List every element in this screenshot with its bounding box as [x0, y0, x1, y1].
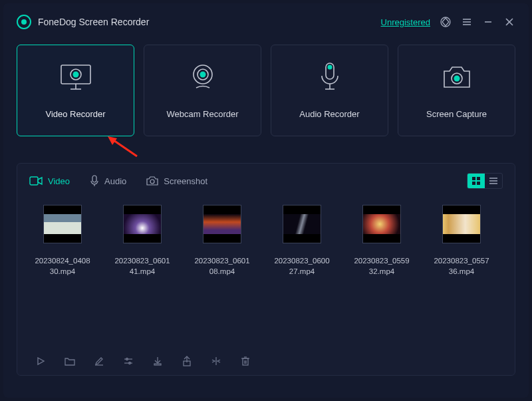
thumbnails-row: 20230824_0408 30.mp4 20230823_0601 41.mp…	[29, 205, 503, 277]
svg-rect-24	[92, 176, 96, 182]
file-item[interactable]: 20230823_0557 36.mp4	[428, 205, 495, 277]
tabs-left: Video Audio Screenshot	[29, 175, 207, 187]
svg-point-15	[200, 71, 205, 77]
svg-marker-22	[108, 136, 117, 145]
tab-video[interactable]: Video	[29, 175, 70, 187]
files-tabs: Video Audio Screenshot	[29, 173, 503, 189]
file-item[interactable]: 20230824_0408 30.mp4	[29, 205, 96, 277]
thumbnail-preview	[203, 205, 241, 243]
video-recorder-card[interactable]: Video Recorder	[17, 45, 134, 136]
video-recorder-label: Video Recorder	[45, 109, 105, 119]
tab-audio-label: Audio	[104, 176, 126, 186]
grid-view-button[interactable]	[467, 174, 485, 188]
app-window: FoneDog Screen Recorder Unregistered	[3, 3, 529, 398]
file-name: 20230823_0600 27.mp4	[274, 255, 329, 277]
audio-recorder-card[interactable]: Audio Recorder	[271, 45, 388, 136]
file-name: 20230823_0601 41.mp4	[114, 255, 170, 277]
minimize-button[interactable]	[482, 16, 494, 28]
screen-capture-label: Screen Capture	[426, 109, 487, 119]
list-view-button[interactable]	[485, 174, 502, 188]
close-button[interactable]	[503, 16, 515, 28]
thumbnail-preview	[43, 205, 82, 243]
open-folder-button[interactable]	[63, 354, 77, 368]
monitor-record-icon	[59, 63, 93, 92]
webcam-icon	[188, 63, 217, 92]
svg-point-21	[454, 75, 460, 81]
thumbnail-preview	[442, 205, 481, 243]
mic-small-icon	[90, 175, 99, 187]
delete-button[interactable]	[238, 354, 253, 368]
svg-point-26	[150, 180, 154, 184]
file-item[interactable]: 20230823_0601 41.mp4	[109, 205, 176, 277]
thumbnail-preview	[283, 205, 321, 243]
svg-point-17	[327, 65, 332, 69]
camera-icon	[440, 63, 473, 92]
audio-recorder-label: Audio Recorder	[299, 109, 359, 119]
menu-button[interactable]	[461, 16, 473, 28]
file-item[interactable]: 20230823_0600 27.mp4	[269, 205, 335, 277]
svg-rect-29	[472, 182, 475, 185]
settings-button[interactable]	[440, 16, 452, 28]
svg-rect-27	[472, 177, 475, 180]
svg-rect-41	[154, 364, 161, 365]
logo-dot-icon	[21, 19, 27, 25]
title-left: FoneDog Screen Recorder	[17, 15, 149, 29]
title-right: Unregistered	[381, 16, 515, 28]
title-bar: FoneDog Screen Recorder Unregistered	[17, 11, 515, 33]
thumbnail-preview	[123, 205, 162, 243]
file-name: 20230824_0408 30.mp4	[35, 255, 90, 277]
svg-rect-23	[30, 177, 38, 185]
svg-rect-45	[243, 358, 248, 365]
svg-rect-28	[477, 177, 480, 180]
screen-capture-card[interactable]: Screen Capture	[398, 45, 515, 136]
file-name: 20230823_0559 32.mp4	[354, 255, 409, 277]
file-item[interactable]: 20230823_0601 08.mp4	[189, 205, 255, 277]
share-button[interactable]	[180, 354, 194, 368]
download-button[interactable]	[150, 354, 165, 368]
files-panel: Video Audio Screenshot	[17, 163, 515, 376]
svg-rect-30	[477, 182, 480, 185]
arrow-annotation-icon	[106, 135, 140, 162]
video-cam-icon	[29, 176, 43, 186]
unregistered-link[interactable]: Unregistered	[381, 17, 430, 27]
tab-screenshot-label: Screenshot	[164, 176, 207, 186]
file-item[interactable]: 20230823_0559 32.mp4	[348, 205, 415, 277]
convert-button[interactable]	[209, 354, 223, 368]
camera-small-icon	[146, 176, 158, 186]
svg-marker-34	[38, 358, 44, 364]
bottom-actions	[29, 348, 503, 368]
mode-card-row: Video Recorder Webcam Recorder	[17, 45, 515, 136]
view-toggle	[467, 173, 503, 189]
sliders-button[interactable]	[121, 354, 136, 368]
thumbnail-preview	[362, 205, 401, 243]
app-logo	[17, 15, 31, 29]
file-name: 20230823_0601 08.mp4	[194, 255, 249, 277]
tab-screenshot[interactable]: Screenshot	[146, 175, 207, 187]
tab-audio[interactable]: Audio	[90, 175, 126, 187]
file-name: 20230823_0557 36.mp4	[434, 255, 489, 277]
webcam-recorder-label: Webcam Recorder	[166, 109, 238, 119]
microphone-icon	[317, 63, 343, 92]
play-button[interactable]	[33, 354, 48, 368]
svg-marker-1	[442, 18, 449, 26]
tab-video-label: Video	[48, 176, 70, 186]
edit-button[interactable]	[92, 354, 106, 368]
app-title: FoneDog Screen Recorder	[38, 17, 149, 27]
svg-point-12	[72, 71, 78, 77]
webcam-recorder-card[interactable]: Webcam Recorder	[144, 45, 261, 136]
